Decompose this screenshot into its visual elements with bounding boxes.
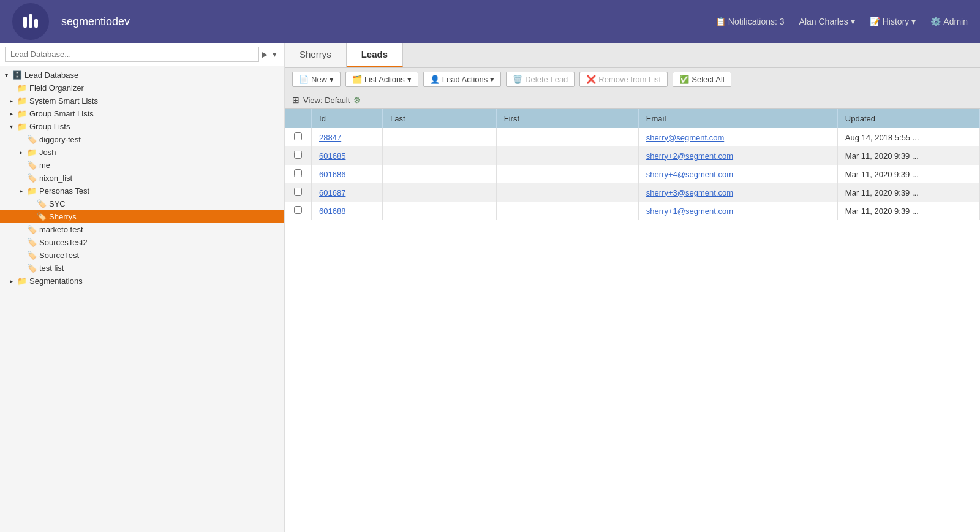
sidebar-item-group-lists[interactable]: ▾📁Group Lists: [0, 120, 284, 133]
sidebar-tree: ▾🗄️Lead Database📁Field Organizer▸📁System…: [0, 66, 284, 290]
list-actions-icon: 🗂️: [352, 75, 362, 84]
lead-actions-label: Lead Actions: [442, 75, 488, 84]
row-updated-4: Mar 11, 2020 9:39 ...: [837, 202, 979, 220]
remove-from-list-button[interactable]: ❌ Remove from List: [579, 72, 668, 87]
leads-tab[interactable]: Leads: [347, 43, 403, 67]
sherrys-tab[interactable]: Sherrys: [285, 43, 347, 67]
history-chevron-icon: ▾: [911, 17, 916, 26]
label-syc: SYC: [49, 199, 66, 208]
sidebar-item-lead-database[interactable]: ▾🗄️Lead Database: [0, 69, 284, 82]
search-options-button[interactable]: ▾: [270, 47, 279, 61]
sidebar: ▶ ▾ ▾🗄️Lead Database📁Field Organizer▸📁Sy…: [0, 43, 285, 532]
icon-marketo-test: 🏷️: [27, 225, 37, 234]
row-updated-1: Mar 11, 2020 9:39 ...: [837, 146, 979, 165]
id-link-1[interactable]: 601685: [319, 151, 345, 161]
admin-menu[interactable]: ⚙️ Admin: [930, 17, 968, 26]
row-id-1: 601685: [312, 146, 383, 165]
row-updated-3: Mar 11, 2020 9:39 ...: [837, 183, 979, 202]
sidebar-item-marketo-test[interactable]: 🏷️marketo test: [0, 223, 284, 236]
sidebar-item-group-smart-lists[interactable]: ▸📁Group Smart Lists: [0, 107, 284, 120]
delete-lead-button[interactable]: 🗑️ Delete Lead: [506, 72, 575, 87]
sidebar-item-test-list[interactable]: 🏷️test list: [0, 262, 284, 275]
label-lead-database: Lead Database: [24, 70, 78, 80]
row-last-2: [383, 165, 497, 183]
list-actions-label: List Actions: [364, 75, 405, 84]
icon-personas-test: 📁: [27, 186, 37, 196]
svg-rect-2: [34, 19, 38, 28]
select-all-label: Select All: [692, 75, 724, 84]
toggle-josh: ▸: [20, 149, 27, 156]
email-link-1[interactable]: sherry+2@segment.com: [646, 151, 733, 161]
row-checkbox-2[interactable]: [285, 165, 312, 183]
sidebar-item-josh[interactable]: ▸📁Josh: [0, 146, 284, 159]
user-menu[interactable]: Alan Charles ▾: [799, 17, 855, 26]
icon-group-smart-lists: 📁: [17, 109, 27, 118]
history-menu[interactable]: 📝 History ▾: [870, 17, 916, 26]
id-link-3[interactable]: 601687: [319, 188, 345, 197]
sidebar-item-segmentations[interactable]: ▸📁Segmentations: [0, 275, 284, 287]
view-settings-icon[interactable]: ⚙: [353, 96, 361, 105]
row-checkbox-1[interactable]: [285, 146, 312, 165]
table-row: 28847 sherry@segment.com Aug 14, 2018 5:…: [285, 128, 980, 146]
list-actions-button[interactable]: 🗂️ List Actions ▾: [345, 72, 418, 87]
search-button[interactable]: ▶: [259, 47, 270, 61]
notifications-label: Notifications: 3: [728, 17, 785, 26]
email-link-3[interactable]: sherry+3@segment.com: [646, 188, 733, 197]
row-email-4: sherry+1@segment.com: [638, 202, 837, 220]
id-link-4[interactable]: 601688: [319, 207, 345, 216]
top-nav: segmentiodev 📋 Notifications: 3 Alan Cha…: [0, 0, 980, 43]
sidebar-item-system-smart-lists[interactable]: ▸📁System Smart Lists: [0, 94, 284, 107]
select-all-icon: ✅: [679, 75, 689, 84]
sidebar-item-source-test[interactable]: 🏷️SourceTest: [0, 249, 284, 262]
sidebar-item-sources-test2[interactable]: 🏷️SourcesTest2: [0, 236, 284, 249]
table-row: 601688 sherry+1@segment.com Mar 11, 2020…: [285, 202, 980, 220]
row-email-0: sherry@segment.com: [638, 128, 837, 146]
row-last-1: [383, 146, 497, 165]
view-dropdown[interactable]: View: Default: [303, 96, 350, 105]
sidebar-item-personas-test[interactable]: ▸📁Personas Test: [0, 184, 284, 197]
row-updated-0: Aug 14, 2018 5:55 ...: [837, 128, 979, 146]
table-header: Id Last First Email Updated: [285, 109, 980, 128]
svg-rect-0: [23, 17, 27, 28]
tabs-bar: SherrysLeads: [285, 43, 980, 68]
sidebar-item-nixon-list[interactable]: 🏷️nixon_list: [0, 172, 284, 184]
remove-from-list-label: Remove from List: [598, 75, 661, 84]
lead-actions-button[interactable]: 👤 Lead Actions ▾: [423, 72, 501, 87]
lead-actions-icon: 👤: [430, 75, 440, 84]
sidebar-item-syc[interactable]: 🏷️SYC: [0, 197, 284, 210]
icon-diggory-test: 🏷️: [27, 135, 37, 144]
new-button[interactable]: 📄 New ▾: [292, 72, 341, 87]
row-updated-2: Mar 11, 2020 9:39 ...: [837, 165, 979, 183]
new-icon: 📄: [299, 75, 309, 84]
sidebar-item-field-organizer[interactable]: 📁Field Organizer: [0, 82, 284, 94]
table-row: 601685 sherry+2@segment.com Mar 11, 2020…: [285, 146, 980, 165]
select-all-button[interactable]: ✅ Select All: [673, 72, 731, 87]
sidebar-item-sherrys[interactable]: 🏷️Sherrys: [0, 210, 284, 223]
icon-field-organizer: 📁: [17, 83, 27, 93]
row-checkbox-4[interactable]: [285, 202, 312, 220]
row-id-4: 601688: [312, 202, 383, 220]
row-checkbox-0[interactable]: [285, 128, 312, 146]
id-link-2[interactable]: 601686: [319, 170, 345, 179]
icon-group-lists: 📁: [17, 122, 27, 131]
label-marketo-test: marketo test: [39, 225, 83, 234]
notifications-icon: 📋: [715, 17, 726, 26]
checkbox-header: [285, 109, 312, 128]
leads-table: Id Last First Email Updated 28847 sherry…: [285, 109, 980, 220]
row-checkbox-3[interactable]: [285, 183, 312, 202]
email-link-4[interactable]: sherry+1@segment.com: [646, 207, 733, 216]
notifications-button[interactable]: 📋 Notifications: 3: [715, 17, 785, 26]
table-container: Id Last First Email Updated 28847 sherry…: [285, 109, 980, 532]
id-link-0[interactable]: 28847: [319, 133, 341, 142]
email-link-0[interactable]: sherry@segment.com: [646, 133, 724, 142]
id-header: Id: [312, 109, 383, 128]
label-source-test: SourceTest: [39, 251, 79, 260]
delete-lead-icon: 🗑️: [513, 75, 522, 84]
row-id-0: 28847: [312, 128, 383, 146]
sidebar-item-diggory-test[interactable]: 🏷️diggory-test: [0, 133, 284, 146]
search-input[interactable]: [5, 47, 259, 62]
email-link-2[interactable]: sherry+4@segment.com: [646, 170, 733, 179]
delete-lead-label: Delete Lead: [525, 75, 568, 84]
sidebar-item-me[interactable]: 🏷️me: [0, 159, 284, 172]
toggle-personas-test: ▸: [20, 188, 27, 194]
